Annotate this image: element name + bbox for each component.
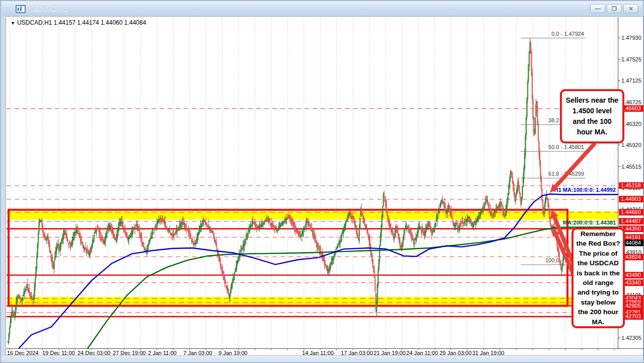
price-axis-tick: 1.45920 xyxy=(621,142,641,148)
restore-button[interactable]: ❐ xyxy=(607,4,622,13)
chart-area[interactable]: ▼USDCAD,H1 1.44157 1.44174 1.44060 1.440… xyxy=(6,16,643,356)
annotation-red-box-note[interactable]: Remember the Red Box? The price of the U… xyxy=(571,228,625,328)
fib-level-label: 0.0 - 1.47924 xyxy=(551,31,584,37)
chart-window-icon xyxy=(16,5,26,13)
price-axis-tick: 1.42305 xyxy=(621,335,641,341)
mt4-window: USDCAD,H1 — ❐ ✕ ▼USDCAD,H1 1.44157 1.441… xyxy=(0,0,644,363)
time-axis-label: 17 Jan 03:00 xyxy=(341,350,373,356)
fib-level-label: 50.0 - 1.45801 xyxy=(548,144,584,150)
annotation-red-box-text: Remember the Red Box? The price of the U… xyxy=(576,229,620,327)
time-axis-label: 27 Dec 19:00 xyxy=(113,350,146,356)
ma100-label: H1 MA:100:0:0: 1.44992 xyxy=(554,187,616,193)
price-axis-tick: 1.47525 xyxy=(621,56,641,62)
window-title-bar[interactable]: USDCAD,H1 — ❐ ✕ xyxy=(2,2,642,16)
time-axis-label: 21 Jan 19:00 xyxy=(374,350,406,356)
fib-level-label: 61.8 - 1.45299 xyxy=(548,171,584,177)
annotation-sellers-note[interactable]: Sellers near the 1.4500 level and the 10… xyxy=(560,89,624,143)
symbol-ohlc-header: ▼USDCAD,H1 1.44157 1.44174 1.44060 1.440… xyxy=(11,19,146,26)
price-axis-tick: 1.45515 xyxy=(621,164,641,170)
annotation-sellers-text: Sellers near the 1.4500 level and the 10… xyxy=(566,95,618,137)
time-axis-label: 2 Jan 11:00 xyxy=(148,350,177,356)
time-axis-label: 29 Jan 03:00 xyxy=(440,350,472,356)
minimize-button[interactable]: — xyxy=(590,4,605,13)
chevron-down-icon: ▼ xyxy=(11,21,15,26)
ohlc-readout: USDCAD,H1 1.44157 1.44174 1.44060 1.4408… xyxy=(17,19,146,26)
time-axis-label: 9 Jan 19:00 xyxy=(219,350,248,356)
price-level-badge: 1.44660 xyxy=(619,209,644,215)
price-level-badge: 1.44487 xyxy=(619,218,644,225)
price-chart-canvas[interactable] xyxy=(6,17,644,356)
price-level-badge: 1.44903 xyxy=(619,196,644,202)
time-axis-label: 16 Dec 2024 xyxy=(7,350,38,356)
time-axis-label: 24 Jan 11:00 xyxy=(406,350,438,356)
time-axis-label: 14 Jan 11:00 xyxy=(302,350,334,356)
price-axis-tick: 1.47125 xyxy=(621,78,641,84)
time-axis-label: 31 Jan 19:00 xyxy=(472,350,505,356)
time-axis-label: 24 Dec 03:00 xyxy=(78,350,110,356)
window-title: USDCAD,H1 xyxy=(30,5,67,13)
ma200-label: MA:200:0:0: 1.44381 xyxy=(563,220,616,226)
price-level-badge: 1.45158 xyxy=(619,182,644,189)
time-axis-label: 7 Jan 03:00 xyxy=(183,350,212,356)
time-axis-label: 19 Dec 11:00 xyxy=(42,350,75,356)
close-button[interactable]: ✕ xyxy=(623,4,638,13)
price-axis-tick: 1.47930 xyxy=(621,35,641,41)
